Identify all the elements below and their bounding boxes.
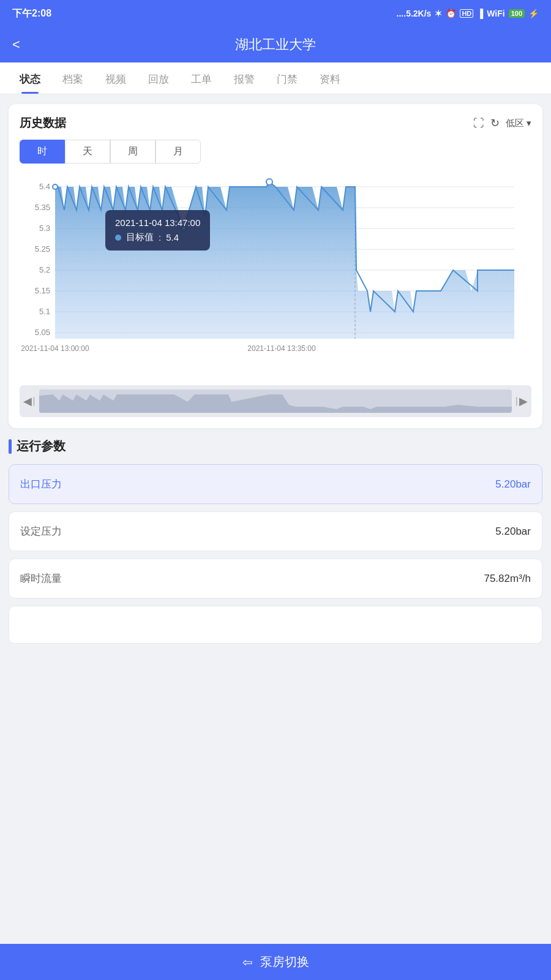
filter-week[interactable]: 周 (110, 140, 156, 164)
refresh-icon[interactable]: ↻ (490, 116, 500, 130)
svg-text:5.1: 5.1 (39, 307, 50, 316)
svg-point-18 (266, 179, 272, 185)
svg-text:5.4: 5.4 (39, 182, 50, 191)
tabs: 状态 档案 视频 回放 工单 报警 门禁 资料 (9, 62, 542, 94)
wifi-icon: WiFi (487, 9, 504, 18)
param-row-set-pressure[interactable]: 设定压力 5.20bar (9, 511, 542, 551)
tab-playback[interactable]: 回放 (137, 62, 180, 94)
history-title: 历史数据 (20, 115, 66, 131)
svg-text:5.35: 5.35 (35, 203, 50, 212)
navigator-inner[interactable] (39, 390, 512, 413)
params-header: 运行参数 (9, 438, 542, 454)
left-arrow-icon: ◀ (23, 394, 32, 408)
history-actions: ⛶ ↻ 低区 ▾ (473, 116, 531, 130)
svg-point-17 (53, 184, 58, 189)
bluetooth-icon: ✶ (435, 9, 442, 18)
filter-month[interactable]: 月 (156, 140, 201, 164)
tab-access[interactable]: 门禁 (266, 62, 309, 94)
navigator-left-handle[interactable]: ◀ │ (20, 385, 40, 417)
header-title: 湖北工业大学 (235, 36, 316, 54)
status-right: ....5.2K/s ✶ ⏰ HD ▐ WiFi 100 ⚡ (397, 9, 539, 18)
chart-svg: 5.4 5.35 5.3 5.25 5.2 5.15 5.1 5.05 (20, 173, 531, 369)
left-separator-icon: │ (32, 397, 37, 405)
param-label-set: 设定压力 (20, 524, 62, 538)
navigator-mini-chart (39, 390, 512, 413)
params-accent (9, 439, 12, 454)
history-header: 历史数据 ⛶ ↻ 低区 ▾ (20, 115, 531, 131)
region-label: 低区 (506, 118, 524, 129)
bottom-bar[interactable]: ⇦ 泵房切换 (0, 944, 551, 980)
tabs-container: 状态 档案 视频 回放 工单 报警 门禁 资料 (0, 62, 551, 94)
tab-workorder[interactable]: 工单 (180, 62, 223, 94)
params-card: 运行参数 出口压力 5.20bar 设定压力 5.20bar 瞬时流量 75.8… (9, 438, 542, 644)
navigator-right-handle[interactable]: │ ▶ (511, 385, 532, 417)
time-filters: 时 天 周 月 (20, 140, 531, 164)
chart-container[interactable]: 2021-11-04 13:47:00 目标值 : 5.4 5.4 5.35 5… (20, 173, 531, 382)
svg-text:2021-11-04 13:00:00: 2021-11-04 13:00:00 (21, 344, 89, 353)
svg-text:5.25: 5.25 (35, 244, 50, 254)
tab-data[interactable]: 资料 (309, 62, 351, 94)
header: < 湖北工业大学 (0, 27, 551, 62)
battery-icon: 100 (509, 9, 525, 18)
chart-navigator[interactable]: ◀ │ │ ▶ (20, 385, 531, 417)
param-label-outlet: 出口压力 (20, 477, 62, 491)
param-label-flow: 瞬时流量 (20, 571, 62, 586)
chevron-down-icon: ▾ (527, 118, 531, 129)
battery-bolt: ⚡ (528, 9, 539, 18)
region-selector[interactable]: 低区 ▾ (506, 118, 531, 129)
svg-text:5.15: 5.15 (35, 286, 50, 295)
filter-hour[interactable]: 时 (20, 140, 65, 164)
signal-icon: ▐ (477, 9, 483, 18)
back-button[interactable]: < (12, 37, 20, 53)
right-arrow-icon: ▶ (519, 394, 528, 408)
status-time: 下午2:08 (12, 7, 51, 20)
fullscreen-icon[interactable]: ⛶ (473, 117, 484, 130)
chart-wrapper: 2021-11-04 13:47:00 目标值 : 5.4 5.4 5.35 5… (20, 173, 531, 417)
network-speed: ....5.2K/s (397, 9, 432, 18)
param-row-flow[interactable]: 瞬时流量 75.82m³/h (9, 559, 542, 598)
svg-text:5.05: 5.05 (35, 328, 50, 337)
params-title: 运行参数 (17, 438, 66, 454)
tab-status[interactable]: 状态 (9, 62, 51, 94)
param-value-flow: 75.82m³/h (484, 573, 531, 585)
pump-switch-label: 泵房切换 (260, 954, 309, 970)
history-data-card: 历史数据 ⛶ ↻ 低区 ▾ 时 天 周 月 2021-11-04 13:47:0… (9, 104, 542, 428)
filter-day[interactable]: 天 (65, 140, 110, 164)
svg-point-19 (181, 226, 186, 231)
tab-video[interactable]: 视频 (94, 62, 137, 94)
svg-text:2021-11-04 13:35:00: 2021-11-04 13:35:00 (247, 344, 316, 353)
hd-icon: HD (460, 9, 473, 18)
main-content: 历史数据 ⛶ ↻ 低区 ▾ 时 天 周 月 2021-11-04 13:47:0… (0, 94, 551, 709)
status-bar: 下午2:08 ....5.2K/s ✶ ⏰ HD ▐ WiFi 100 ⚡ (0, 0, 551, 27)
alarm-icon: ⏰ (446, 9, 456, 18)
param-row-outlet-pressure[interactable]: 出口压力 5.20bar (9, 464, 542, 504)
svg-text:5.2: 5.2 (39, 265, 50, 274)
param-row-extra[interactable] (9, 606, 542, 644)
pump-switch-icon: ⇦ (242, 955, 253, 970)
tab-archive[interactable]: 档案 (51, 62, 94, 94)
param-value-outlet: 5.20bar (495, 478, 531, 491)
right-separator-icon: │ (515, 397, 520, 405)
tab-alarm[interactable]: 报警 (223, 62, 266, 94)
svg-text:5.3: 5.3 (39, 224, 50, 233)
param-value-set: 5.20bar (495, 526, 531, 538)
